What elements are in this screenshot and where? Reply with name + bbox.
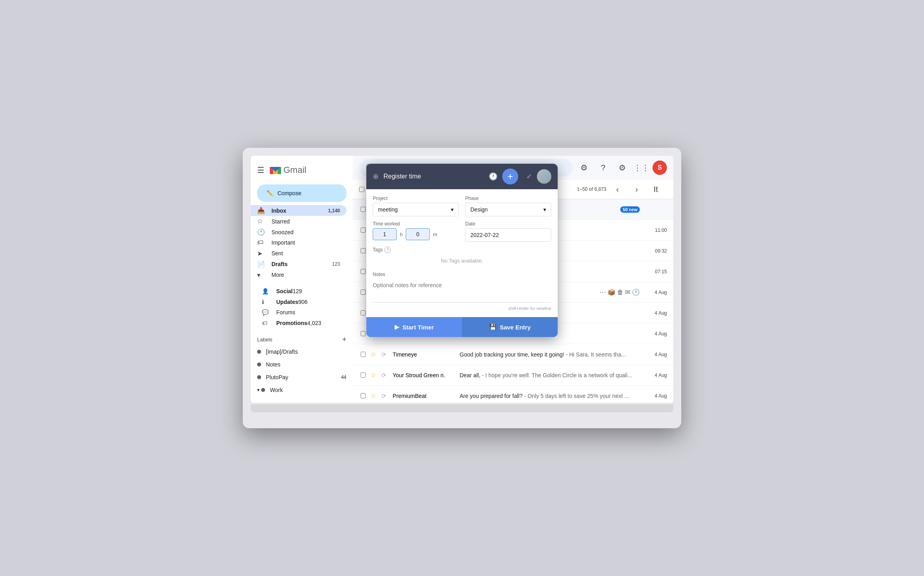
sidebar-item-starred[interactable]: ☆ Starred: [251, 216, 346, 227]
nav-label-snoozed: Snoozed: [271, 229, 340, 235]
table-row[interactable]: ☆ ⟳ PremiumBeat Are you prepared for fal…: [353, 386, 673, 403]
email-checkbox[interactable]: [359, 227, 367, 233]
email-time: 11:00: [643, 227, 667, 233]
email-time: 4 Aug: [643, 352, 667, 357]
sidebar-item-snoozed[interactable]: 🕐 Snoozed: [251, 227, 346, 237]
sidebar-item-drafts[interactable]: 📄 Drafts 123: [251, 259, 346, 270]
time-worked-inputs: h m: [373, 228, 459, 240]
email-checkbox[interactable]: [359, 290, 367, 295]
sidebar-item-sent[interactable]: ➤ Sent: [251, 248, 346, 259]
star-icon[interactable]: ☆: [370, 392, 378, 400]
nav-label-inbox: Inbox: [271, 208, 328, 214]
tags-help-icon[interactable]: ?: [384, 247, 391, 253]
label-dot-notes: [257, 362, 261, 366]
clock-plus-icon: ⊕: [373, 172, 379, 181]
phase-value: Design: [470, 206, 488, 213]
email-checkbox[interactable]: [359, 331, 367, 336]
email-checkbox[interactable]: [359, 372, 367, 378]
edit-icon: ✏️: [267, 190, 273, 196]
snooze-email-icon[interactable]: 🕐: [632, 288, 640, 296]
forums-icon: 💬: [262, 309, 271, 315]
star-icon[interactable]: ☆: [370, 351, 378, 358]
modal-title: Register time: [383, 173, 484, 180]
sidebar-item-more[interactable]: ▾ More: [251, 270, 346, 280]
label-item-work[interactable]: ▾ Work: [257, 384, 353, 396]
nav-label-promotions: Promotions: [276, 320, 307, 326]
email-checkbox[interactable]: [359, 352, 367, 357]
minutes-input[interactable]: [406, 228, 430, 240]
updates-count: 906: [298, 299, 307, 305]
delete-icon[interactable]: 🗑: [617, 289, 623, 296]
help-icon[interactable]: ?: [595, 160, 611, 176]
social-icon: 👤: [262, 288, 271, 294]
sender-label: Timeneye: [393, 351, 456, 358]
email-subject: Good job tracking your time, keep it goi…: [460, 351, 564, 358]
project-label: Project: [373, 196, 459, 201]
star-icon[interactable]: ☆: [370, 371, 378, 379]
table-row[interactable]: ☆ ⟳ Your Stroud Green n. Dear all, - I h…: [353, 365, 673, 386]
list-controls: 1–50 of 6,873 ‹ › It: [571, 180, 670, 199]
email-action-dots[interactable]: ⋯: [600, 288, 606, 296]
notes-textarea[interactable]: [373, 279, 551, 303]
sidebar-item-social[interactable]: 👤 Social 129: [251, 286, 346, 296]
email-preview: - Hi Sara, It seems tha...: [566, 351, 626, 358]
time-worked-label: Time worked: [373, 221, 459, 227]
email-checkbox[interactable]: [359, 269, 367, 274]
inbox-count: 1,140: [328, 208, 340, 214]
email-checkbox[interactable]: [359, 248, 367, 253]
modal-body: Project meeting ▾ Phase Design ▾: [366, 189, 558, 317]
menu-icon[interactable]: ☰: [257, 165, 264, 175]
sidebar-item-forums[interactable]: 💬 Forums: [251, 307, 346, 318]
nav-label-important: Important: [271, 239, 340, 246]
nav-label-forums: Forums: [276, 309, 295, 315]
label-text-imap: [Imap]/Drafts: [266, 349, 298, 355]
shield-check-icon[interactable]: ✓: [526, 172, 532, 181]
snooze-icon: 🕐: [257, 228, 267, 236]
sidebar-header: ☰ Gmail: [251, 159, 353, 181]
date-input[interactable]: [465, 228, 551, 242]
tags-section: Tags ? No Tags available.: [373, 247, 551, 267]
email-checkbox[interactable]: [359, 393, 367, 398]
add-label-icon[interactable]: +: [342, 335, 346, 344]
apps-icon[interactable]: ⋮⋮: [633, 160, 649, 176]
start-timer-button[interactable]: ▶ Start Timer: [366, 317, 462, 337]
hours-input[interactable]: [373, 228, 397, 240]
important-icon: 🏷: [257, 239, 267, 246]
prev-page-icon[interactable]: ‹: [609, 181, 625, 197]
phase-select[interactable]: Design ▾: [465, 203, 551, 216]
email-time: 4 Aug: [643, 310, 667, 316]
start-timer-label: Start Timer: [403, 324, 434, 331]
select-all-checkbox[interactable]: [359, 187, 364, 192]
labels-header[interactable]: Labels +: [257, 334, 346, 345]
sort-icon[interactable]: It: [648, 181, 664, 197]
label-item-imap-drafts[interactable]: [Imap]/Drafts: [257, 345, 353, 358]
next-page-icon[interactable]: ›: [629, 181, 645, 197]
settings-sliders-icon[interactable]: ⚙: [576, 160, 592, 176]
modal-add-button[interactable]: +: [502, 168, 518, 184]
star-icon: ☆: [257, 217, 267, 225]
email-checkbox[interactable]: [359, 207, 367, 212]
label-item-notes[interactable]: Notes: [257, 358, 353, 371]
email-checkbox[interactable]: [359, 310, 367, 315]
tags-empty-label: No Tags available.: [373, 255, 551, 267]
mark-read-icon[interactable]: ✉: [625, 288, 630, 296]
sort-label: It: [653, 185, 658, 194]
save-entry-button[interactable]: 💾 Save Entry: [462, 317, 558, 337]
sender-label: Your Stroud Green n.: [393, 372, 456, 378]
settings-icon[interactable]: ⚙: [614, 160, 630, 176]
table-row[interactable]: ☆ ⟳ Timeneye Good job tracking your time…: [353, 344, 673, 365]
chevron-down-icon: ▾: [257, 271, 267, 279]
archive-icon[interactable]: 📦: [607, 288, 615, 296]
label-item-plutopay[interactable]: PlutoPay 44: [257, 371, 353, 384]
email-time: 4 Aug: [643, 372, 667, 378]
forward-icon: ⟳: [381, 372, 389, 378]
sidebar-item-inbox[interactable]: 📥 Inbox 1,140: [251, 205, 346, 216]
compose-button[interactable]: ✏️ Compose: [257, 184, 346, 202]
history-icon[interactable]: 🕐: [489, 172, 497, 181]
sidebar-item-important[interactable]: 🏷 Important: [251, 237, 346, 248]
project-select[interactable]: meeting ▾: [373, 203, 459, 216]
inbox-icon: 📥: [257, 207, 267, 214]
sidebar-item-updates[interactable]: ℹ Updates 906: [251, 296, 346, 307]
sidebar-item-promotions[interactable]: 🏷 Promotions 4,023: [251, 318, 346, 329]
avatar[interactable]: S: [653, 161, 667, 175]
